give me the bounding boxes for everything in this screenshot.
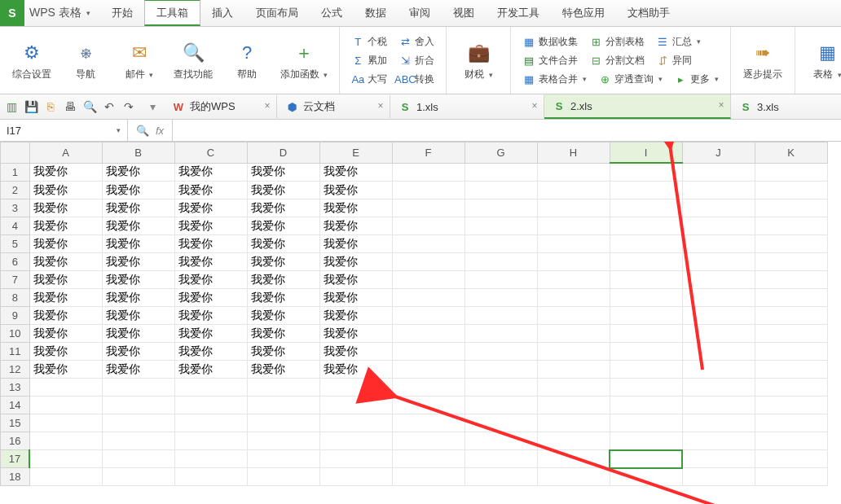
ribbon-btn-邮件[interactable]: ✉邮件 ▾ [112,38,166,83]
cell-G3[interactable] [465,199,537,217]
doc-tab-1.xls[interactable]: S1.xls× [390,95,544,118]
ribbon-small-个税[interactable]: T个税 [348,33,390,50]
cell-C12[interactable]: 我爱你 [174,361,247,379]
cell-J14[interactable] [682,397,755,414]
menu-item-4[interactable]: 公式 [310,0,354,26]
ribbon-small-累加[interactable]: Σ累加 [348,52,390,69]
cell-J15[interactable] [682,414,755,432]
ribbon-btn-综合设置[interactable]: ⚙综合设置 [5,38,59,83]
cell-D2[interactable]: 我爱你 [247,182,319,199]
cell-K10[interactable] [755,325,827,343]
ribbon-btn-逐步提示[interactable]: ➠逐步提示 [736,38,790,83]
cell-C9[interactable]: 我爱你 [174,307,247,325]
cell-B3[interactable]: 我爱你 [102,199,174,217]
cell-J1[interactable] [682,163,755,182]
ribbon-small-舍入[interactable]: ⇄舍入 [395,33,438,50]
menu-item-5[interactable]: 数据 [354,0,398,26]
menu-item-8[interactable]: 开发工具 [486,0,551,26]
row-header-7[interactable]: 7 [1,271,30,289]
cell-G9[interactable] [465,307,537,325]
cell-E4[interactable]: 我爱你 [319,217,392,235]
cell-B7[interactable]: 我爱你 [102,271,174,289]
print-icon[interactable]: 🖶 [62,99,78,115]
row-header-17[interactable]: 17 [1,450,30,468]
ribbon-small-转换[interactable]: ABC转换 [395,71,438,88]
cell-D5[interactable]: 我爱你 [247,235,319,253]
col-header-I[interactable]: I [610,142,682,164]
cell-B12[interactable]: 我爱你 [102,361,174,379]
undo-icon[interactable]: ↶ [101,99,117,115]
cell-B11[interactable]: 我爱你 [102,343,174,361]
cell-H18[interactable] [537,468,610,486]
cell-F8[interactable] [392,289,465,307]
row-header-13[interactable]: 13 [1,379,30,397]
cell-H10[interactable] [537,325,610,343]
cell-A11[interactable]: 我爱你 [29,343,102,361]
cell-A12[interactable]: 我爱你 [29,361,102,379]
cell-I17[interactable] [610,450,682,468]
cell-B9[interactable]: 我爱你 [102,307,174,325]
cell-C16[interactable] [174,432,247,450]
ribbon-btn-导航[interactable]: ⎈导航 [59,38,112,83]
ribbon-btn-查找功能[interactable]: 🔍查找功能 [166,38,220,83]
save-icon[interactable]: 💾 [23,99,39,115]
cell-D4[interactable]: 我爱你 [247,217,319,235]
cell-E1[interactable]: 我爱你 [319,163,392,182]
cell-C7[interactable]: 我爱你 [174,271,247,289]
cell-D6[interactable]: 我爱你 [247,253,319,271]
cell-I11[interactable] [610,343,682,361]
cell-K5[interactable] [755,235,827,253]
cell-H2[interactable] [537,182,610,199]
cell-I8[interactable] [610,289,682,307]
cell-K12[interactable] [755,361,827,379]
cell-D9[interactable]: 我爱你 [247,307,319,325]
cell-G12[interactable] [465,361,537,379]
ribbon-btn-财税[interactable]: 💼财税 ▾ [451,38,505,83]
cell-E17[interactable] [319,450,392,468]
cell-C5[interactable]: 我爱你 [174,235,247,253]
formula-input[interactable] [173,120,841,141]
cell-I14[interactable] [610,397,682,414]
cell-J4[interactable] [682,217,755,235]
cell-A15[interactable] [29,414,102,432]
cell-G6[interactable] [465,253,537,271]
cell-C18[interactable] [174,468,247,486]
cell-I15[interactable] [610,414,682,432]
row-header-15[interactable]: 15 [1,414,30,432]
cell-D8[interactable]: 我爱你 [247,289,319,307]
cell-D14[interactable] [247,397,319,414]
col-header-A[interactable]: A [29,142,102,164]
ribbon-btn-表格[interactable]: ▦表格 ▾ [800,38,841,83]
row-header-4[interactable]: 4 [1,217,30,235]
cell-F12[interactable] [392,361,465,379]
cell-H9[interactable] [537,307,610,325]
cell-K7[interactable] [755,271,827,289]
row-header-2[interactable]: 2 [1,182,30,199]
ribbon-small-更多[interactable]: ▸更多▾ [671,71,722,88]
cell-K17[interactable] [755,450,827,468]
cell-F14[interactable] [392,397,465,414]
cell-K1[interactable] [755,163,827,182]
menu-item-10[interactable]: 文档助手 [616,0,681,26]
col-header-K[interactable]: K [755,142,827,164]
cell-C17[interactable] [174,450,247,468]
cell-G1[interactable] [465,163,537,182]
cell-K14[interactable] [755,397,827,414]
cell-K13[interactable] [755,379,827,397]
cell-J12[interactable] [682,361,755,379]
cell-G10[interactable] [465,325,537,343]
menu-item-9[interactable]: 特色应用 [551,0,616,26]
cell-E11[interactable]: 我爱你 [319,343,392,361]
cell-J9[interactable] [682,307,755,325]
cell-G18[interactable] [465,468,537,486]
cell-I4[interactable] [610,217,682,235]
fx-icon[interactable]: fx [156,125,164,137]
cell-J18[interactable] [682,468,755,486]
ribbon-small-大写[interactable]: Aa大写 [348,71,390,88]
menu-item-2[interactable]: 插入 [200,0,244,26]
col-header-F[interactable]: F [392,142,465,164]
cell-E14[interactable] [319,397,392,414]
ribbon-small-数据收集[interactable]: ▦数据收集 [519,33,581,50]
cell-G15[interactable] [465,414,537,432]
cell-G16[interactable] [465,432,537,450]
